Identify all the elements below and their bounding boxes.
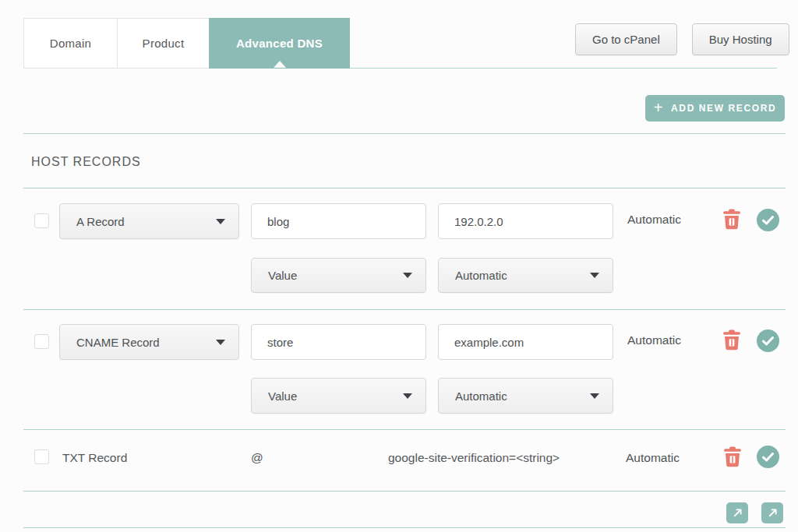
divider [23, 527, 786, 528]
buy-hosting-button[interactable]: Buy Hosting [692, 23, 789, 55]
ttl-value: Automatic [627, 213, 681, 227]
host-text: @ [251, 451, 263, 465]
ttl-value: Automatic [626, 451, 680, 465]
save-record-button[interactable] [757, 329, 779, 352]
tab-domain[interactable]: Domain [23, 18, 118, 69]
sub-value-type-value: Value [268, 389, 297, 403]
host-input[interactable] [251, 324, 426, 360]
tabbar: Domain Product Advanced DNS [23, 18, 349, 69]
value-input[interactable] [438, 324, 613, 360]
chevron-down-icon [216, 340, 225, 345]
tab-product[interactable]: Product [117, 18, 210, 69]
record-row-a: A Record Automatic Value Automati [0, 188, 798, 309]
record-checkbox[interactable] [34, 449, 49, 464]
ttl-value: Automatic [627, 333, 681, 347]
tab-advanced-dns[interactable]: Advanced DNS [209, 18, 350, 69]
add-new-record-label: ADD NEW RECORD [671, 103, 776, 114]
expand-button-1[interactable] [726, 502, 748, 523]
trash-icon [723, 446, 742, 467]
record-row-txt: TXT Record @ google-site-verification=<s… [0, 430, 798, 491]
save-record-button[interactable] [757, 209, 779, 231]
plus-icon: + [654, 100, 664, 115]
delete-record-button[interactable] [723, 446, 742, 467]
sub-ttl-value: Automatic [455, 269, 507, 282]
record-type-text: TXT Record [62, 451, 127, 465]
sub-value-type-select[interactable]: Value [251, 258, 426, 293]
host-records-title: HOST RECORDS [31, 155, 141, 169]
check-icon [762, 216, 774, 225]
expand-button-2[interactable] [761, 502, 783, 523]
sub-value-type-value: Value [268, 269, 297, 282]
value-text: google-site-verification=<string> [388, 451, 560, 465]
add-new-record-button[interactable]: + ADD NEW RECORD [645, 95, 785, 122]
record-type-value: A Record [76, 215, 125, 228]
trash-icon [722, 329, 741, 351]
arrow-up-right-icon [732, 507, 743, 519]
sub-ttl-value: Automatic [455, 389, 507, 403]
chevron-down-icon [590, 393, 599, 399]
delete-record-button[interactable] [722, 329, 741, 351]
sub-ttl-select[interactable]: Automatic [438, 378, 613, 414]
go-to-cpanel-button[interactable]: Go to cPanel [575, 23, 677, 55]
record-type-value: CNAME Record [76, 336, 160, 349]
record-type-select[interactable]: A Record [59, 203, 239, 239]
host-input[interactable] [251, 203, 426, 239]
divider [23, 133, 786, 134]
value-input[interactable] [438, 203, 613, 239]
arrow-up-right-icon [767, 507, 779, 519]
sub-ttl-select[interactable]: Automatic [438, 258, 613, 293]
chevron-down-icon [403, 393, 412, 399]
record-type-select[interactable]: CNAME Record [59, 324, 239, 360]
divider [23, 491, 786, 491]
save-record-button[interactable] [757, 446, 779, 468]
record-row-cname: CNAME Record Automatic Value Auto [0, 310, 798, 429]
chevron-down-icon [216, 219, 225, 224]
trash-icon [722, 209, 741, 230]
check-icon [762, 336, 774, 346]
delete-record-button[interactable] [722, 209, 741, 230]
record-checkbox[interactable] [34, 334, 49, 349]
header-buttons: Go to cPanel Buy Hosting [575, 23, 789, 55]
check-icon [762, 453, 774, 462]
record-checkbox[interactable] [34, 213, 49, 228]
chevron-down-icon [403, 273, 412, 278]
chevron-down-icon [590, 273, 599, 278]
advanced-dns-page: Domain Product Advanced DNS Go to cPanel… [0, 0, 798, 532]
sub-value-type-select[interactable]: Value [251, 378, 426, 414]
